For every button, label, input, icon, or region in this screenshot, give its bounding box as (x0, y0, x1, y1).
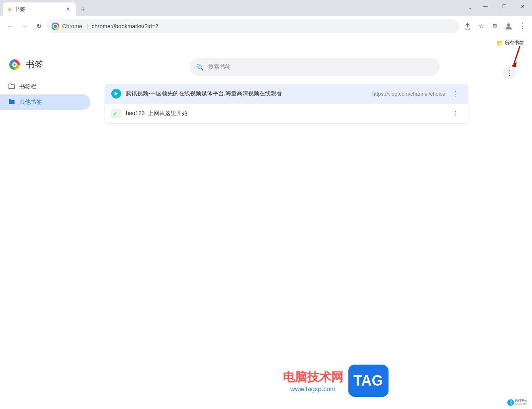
profile-button[interactable] (502, 20, 515, 33)
bookmark-title-tencent: 腾讯视频-中国领先的在线视频媒体平台,海量高清视频在线观看 (126, 90, 367, 97)
toolbar-icons: ☆ ⧉ ⋮ (461, 20, 529, 33)
window-controls: — ☐ ✕ (476, 0, 532, 13)
sidebar: 书签 书签栏 其他书签 (0, 50, 97, 409)
bookmark-title-hao123: hao123_上网从这里开始 (126, 110, 445, 117)
svg-point-2 (507, 23, 510, 27)
address-bar-row: ← → ↻ Chrome | chrome://bookmarks/?id=2 … (0, 16, 532, 36)
watermark-text: 电脑技术网 www.tagxp.com (283, 369, 343, 393)
bookmark-more-button-hao123[interactable]: ⋮ (450, 108, 461, 119)
svg-text:极光下载站: 极光下载站 (514, 399, 527, 402)
address-text: Chrome | chrome://bookmarks/?id=2 (62, 23, 455, 29)
sidebar-item-other-bookmarks[interactable]: 其他书签 (0, 94, 90, 110)
bookmarks-container: 腾讯视频-中国领先的在线视频媒体平台,海量高清视频在线观看 https://v.… (105, 84, 468, 123)
tab-strip: ★ 书签 ✕ + (0, 0, 89, 16)
tab-star-icon: ★ (7, 6, 12, 13)
close-button[interactable]: ✕ (513, 0, 532, 13)
bookmark-item[interactable]: ✓ hao123_上网从这里开始 ⋮ (105, 104, 468, 123)
svg-text:www.xz7.com: www.xz7.com (515, 403, 527, 405)
page-favicon (52, 23, 59, 30)
watermark-tag-text: TAG (353, 372, 383, 389)
more-options-button[interactable]: ⋮ (503, 66, 516, 79)
bookmark-url-tencent: https://v.qq.com/channel/choice (372, 91, 445, 97)
search-bar-wrap: 🔍 搜索书签 (105, 58, 524, 76)
forward-button[interactable]: → (18, 20, 31, 33)
all-bookmarks-link[interactable]: 📁 所有书签 (493, 38, 527, 48)
minimize-button[interactable]: — (476, 0, 495, 13)
address-url: chrome://bookmarks/?id=2 (92, 23, 158, 29)
search-icon: 🔍 (196, 63, 204, 71)
watermark: 电脑技术网 www.tagxp.com TAG (283, 365, 388, 397)
share-button[interactable] (461, 20, 474, 33)
page-header: 书签 (0, 58, 97, 79)
sidebar-item-bookmarks-bar-label: 书签栏 (19, 83, 36, 90)
bookmark-favicon-tencent (111, 89, 121, 99)
sidebar-item-bookmarks-bar[interactable]: 书签栏 (0, 79, 90, 94)
search-bar[interactable]: 🔍 搜索书签 (190, 58, 440, 76)
active-tab[interactable]: ★ 书签 ✕ (3, 2, 76, 16)
bookmark-star-button[interactable]: ☆ (475, 20, 488, 33)
svg-text:✓: ✓ (113, 111, 117, 116)
svg-point-1 (54, 25, 57, 28)
chrome-label: Chrome (62, 23, 82, 29)
bookmark-more-button-tencent[interactable]: ⋮ (450, 88, 461, 99)
address-bar[interactable]: Chrome | chrome://bookmarks/?id=2 (47, 19, 459, 33)
watermark-url: www.tagxp.com (283, 386, 343, 393)
folder-outline-icon (8, 82, 15, 91)
chrome-logo (8, 58, 21, 71)
address-separator: | (87, 23, 89, 29)
back-button[interactable]: ← (3, 20, 16, 33)
watermark-site-name: 电脑技术网 (283, 369, 343, 386)
bookmarks-bar: 📁 所有书签 (0, 36, 532, 50)
watermark-tag-badge: TAG (348, 365, 388, 397)
chrome-menu-button[interactable]: ⋮ (516, 20, 529, 33)
bookmark-favicon-hao123: ✓ (111, 109, 121, 118)
main-content: 书签 书签栏 其他书签 🔍 搜索书签 ⋮ (0, 50, 532, 409)
search-placeholder: 搜索书签 (208, 63, 433, 71)
split-view-button[interactable]: ⧉ (488, 20, 501, 33)
bookmark-list-area: 🔍 搜索书签 ⋮ 腾讯视频-中国领先的在线视频媒体平台,海量高清视频在线观看 h… (97, 50, 532, 409)
tab-list-chevron[interactable]: ⌄ (464, 2, 476, 13)
title-bar: ★ 书签 ✕ + ⌄ — ☐ ✕ (0, 0, 532, 16)
tab-close-button[interactable]: ✕ (65, 6, 72, 13)
maximize-button[interactable]: ☐ (495, 0, 513, 13)
new-tab-button[interactable]: + (77, 4, 89, 15)
folder-icon: 📁 (496, 40, 503, 46)
svg-point-7 (14, 64, 16, 66)
jiguang-icon: 极光下载站 www.xz7.com (506, 398, 530, 407)
refresh-button[interactable]: ↻ (32, 20, 45, 33)
tab-title: 书签 (15, 6, 62, 13)
all-bookmarks-label: 所有书签 (505, 40, 524, 46)
page-title: 书签 (26, 59, 44, 71)
bottom-right-watermark: 极光下载站 www.xz7.com (506, 398, 530, 407)
sidebar-item-other-bookmarks-label: 其他书签 (19, 99, 42, 106)
folder-filled-icon (8, 98, 15, 107)
svg-marker-10 (115, 92, 118, 96)
bookmark-item[interactable]: 腾讯视频-中国领先的在线视频媒体平台,海量高清视频在线观看 https://v.… (105, 84, 468, 104)
